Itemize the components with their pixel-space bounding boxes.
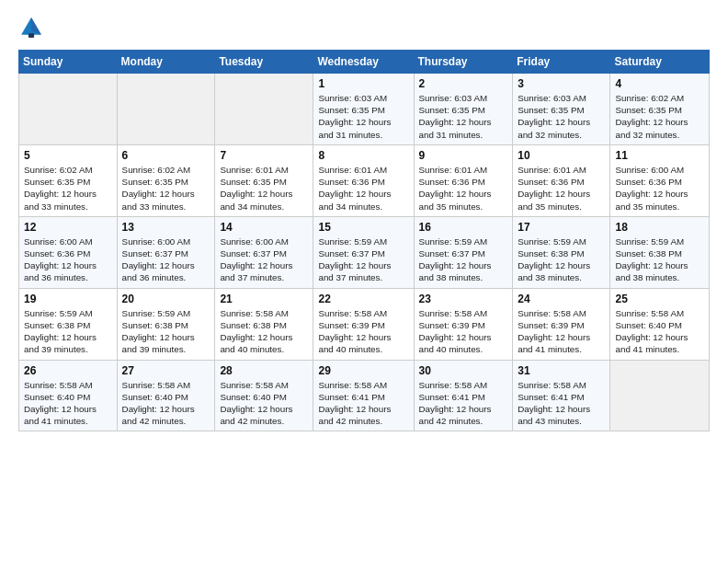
calendar-cell: 28Sunrise: 5:58 AMSunset: 6:40 PMDayligh… bbox=[215, 360, 313, 431]
calendar-cell: 23Sunrise: 5:58 AMSunset: 6:39 PMDayligh… bbox=[414, 288, 513, 360]
calendar-cell: 14Sunrise: 6:00 AMSunset: 6:37 PMDayligh… bbox=[215, 216, 313, 288]
day-info: Sunrise: 6:01 AMSunset: 6:36 PMDaylight:… bbox=[318, 164, 408, 213]
day-number: 20 bbox=[122, 293, 210, 305]
weekday-header-thursday: Thursday bbox=[414, 51, 513, 74]
day-number: 6 bbox=[122, 149, 210, 162]
calendar-week-4: 19Sunrise: 5:59 AMSunset: 6:38 PMDayligh… bbox=[19, 288, 710, 360]
day-info: Sunrise: 5:58 AMSunset: 6:39 PMDaylight:… bbox=[318, 307, 408, 356]
day-info: Sunrise: 6:00 AMSunset: 6:37 PMDaylight:… bbox=[220, 236, 308, 284]
day-number: 9 bbox=[419, 149, 508, 162]
calendar-cell: 7Sunrise: 6:01 AMSunset: 6:35 PMDaylight… bbox=[215, 144, 313, 216]
day-number: 13 bbox=[122, 221, 210, 234]
calendar-cell: 29Sunrise: 5:58 AMSunset: 6:41 PMDayligh… bbox=[313, 360, 414, 431]
day-number: 25 bbox=[615, 293, 704, 305]
day-number: 28 bbox=[220, 364, 308, 377]
weekday-header-wednesday: Wednesday bbox=[313, 51, 414, 74]
day-number: 2 bbox=[419, 77, 508, 90]
calendar-cell: 2Sunrise: 6:03 AMSunset: 6:35 PMDaylight… bbox=[414, 74, 513, 145]
calendar-cell: 10Sunrise: 6:01 AMSunset: 6:36 PMDayligh… bbox=[513, 144, 610, 216]
calendar-cell bbox=[117, 74, 215, 145]
day-number: 12 bbox=[24, 221, 112, 234]
calendar-cell: 5Sunrise: 6:02 AMSunset: 6:35 PMDaylight… bbox=[19, 144, 118, 216]
day-info: Sunrise: 6:03 AMSunset: 6:35 PMDaylight:… bbox=[518, 92, 605, 141]
calendar-cell: 31Sunrise: 5:58 AMSunset: 6:41 PMDayligh… bbox=[513, 360, 610, 431]
day-number: 30 bbox=[419, 364, 508, 377]
day-number: 3 bbox=[518, 77, 605, 90]
day-number: 29 bbox=[318, 364, 408, 377]
day-number: 10 bbox=[518, 149, 605, 162]
calendar-cell: 18Sunrise: 5:59 AMSunset: 6:38 PMDayligh… bbox=[610, 216, 710, 288]
day-number: 11 bbox=[615, 149, 704, 162]
calendar-cell bbox=[610, 360, 710, 431]
day-info: Sunrise: 6:00 AMSunset: 6:36 PMDaylight:… bbox=[615, 164, 704, 213]
day-info: Sunrise: 6:02 AMSunset: 6:35 PMDaylight:… bbox=[122, 164, 210, 213]
day-info: Sunrise: 6:03 AMSunset: 6:35 PMDaylight:… bbox=[419, 92, 508, 141]
calendar-table: SundayMondayTuesdayWednesdayThursdayFrid… bbox=[18, 50, 710, 431]
calendar-week-1: 1Sunrise: 6:03 AMSunset: 6:35 PMDaylight… bbox=[19, 74, 710, 145]
day-number: 22 bbox=[318, 293, 408, 305]
weekday-header-friday: Friday bbox=[513, 51, 610, 74]
calendar-cell: 22Sunrise: 5:58 AMSunset: 6:39 PMDayligh… bbox=[313, 288, 414, 360]
day-info: Sunrise: 6:02 AMSunset: 6:35 PMDaylight:… bbox=[615, 92, 704, 141]
calendar-cell: 27Sunrise: 5:58 AMSunset: 6:40 PMDayligh… bbox=[117, 360, 215, 431]
day-info: Sunrise: 6:02 AMSunset: 6:35 PMDaylight:… bbox=[24, 164, 112, 213]
calendar-cell: 26Sunrise: 5:58 AMSunset: 6:40 PMDayligh… bbox=[19, 360, 118, 431]
logo bbox=[18, 15, 46, 40]
logo-icon bbox=[18, 15, 44, 40]
calendar-week-3: 12Sunrise: 6:00 AMSunset: 6:36 PMDayligh… bbox=[19, 216, 710, 288]
day-info: Sunrise: 5:59 AMSunset: 6:38 PMDaylight:… bbox=[615, 236, 704, 284]
day-number: 18 bbox=[615, 221, 704, 234]
day-number: 19 bbox=[24, 293, 112, 305]
calendar-cell: 11Sunrise: 6:00 AMSunset: 6:36 PMDayligh… bbox=[610, 144, 710, 216]
day-info: Sunrise: 5:58 AMSunset: 6:40 PMDaylight:… bbox=[122, 379, 210, 428]
day-info: Sunrise: 5:58 AMSunset: 6:39 PMDaylight:… bbox=[518, 307, 605, 356]
day-number: 24 bbox=[518, 293, 605, 305]
calendar-cell: 3Sunrise: 6:03 AMSunset: 6:35 PMDaylight… bbox=[513, 74, 610, 145]
calendar-cell: 17Sunrise: 5:59 AMSunset: 6:38 PMDayligh… bbox=[513, 216, 610, 288]
day-info: Sunrise: 5:58 AMSunset: 6:40 PMDaylight:… bbox=[220, 379, 308, 428]
day-info: Sunrise: 5:58 AMSunset: 6:40 PMDaylight:… bbox=[615, 307, 704, 356]
calendar-cell: 9Sunrise: 6:01 AMSunset: 6:36 PMDaylight… bbox=[414, 144, 513, 216]
day-number: 5 bbox=[24, 149, 112, 162]
day-info: Sunrise: 5:58 AMSunset: 6:40 PMDaylight:… bbox=[24, 379, 112, 428]
day-number: 7 bbox=[220, 149, 308, 162]
calendar-cell: 12Sunrise: 6:00 AMSunset: 6:36 PMDayligh… bbox=[19, 216, 118, 288]
day-info: Sunrise: 5:59 AMSunset: 6:37 PMDaylight:… bbox=[419, 236, 508, 284]
day-info: Sunrise: 6:01 AMSunset: 6:36 PMDaylight:… bbox=[518, 164, 605, 213]
day-info: Sunrise: 6:00 AMSunset: 6:36 PMDaylight:… bbox=[24, 236, 112, 284]
calendar-cell: 30Sunrise: 5:58 AMSunset: 6:41 PMDayligh… bbox=[414, 360, 513, 431]
day-number: 14 bbox=[220, 221, 308, 234]
calendar-cell: 24Sunrise: 5:58 AMSunset: 6:39 PMDayligh… bbox=[513, 288, 610, 360]
calendar-cell bbox=[19, 74, 118, 145]
day-info: Sunrise: 6:01 AMSunset: 6:35 PMDaylight:… bbox=[220, 164, 308, 213]
header bbox=[18, 15, 710, 40]
day-number: 21 bbox=[220, 293, 308, 305]
calendar-week-5: 26Sunrise: 5:58 AMSunset: 6:40 PMDayligh… bbox=[19, 360, 710, 431]
day-info: Sunrise: 5:59 AMSunset: 6:38 PMDaylight:… bbox=[24, 307, 112, 356]
day-number: 8 bbox=[318, 149, 408, 162]
day-number: 4 bbox=[615, 77, 704, 90]
day-info: Sunrise: 5:58 AMSunset: 6:38 PMDaylight:… bbox=[220, 307, 308, 356]
weekday-header-sunday: Sunday bbox=[19, 51, 118, 74]
day-info: Sunrise: 6:01 AMSunset: 6:36 PMDaylight:… bbox=[419, 164, 508, 213]
day-info: Sunrise: 6:00 AMSunset: 6:37 PMDaylight:… bbox=[122, 236, 210, 284]
day-info: Sunrise: 5:59 AMSunset: 6:38 PMDaylight:… bbox=[518, 236, 605, 284]
calendar-cell: 15Sunrise: 5:59 AMSunset: 6:37 PMDayligh… bbox=[313, 216, 414, 288]
day-number: 27 bbox=[122, 364, 210, 377]
day-info: Sunrise: 5:59 AMSunset: 6:38 PMDaylight:… bbox=[122, 307, 210, 356]
calendar-cell: 21Sunrise: 5:58 AMSunset: 6:38 PMDayligh… bbox=[215, 288, 313, 360]
calendar-cell: 20Sunrise: 5:59 AMSunset: 6:38 PMDayligh… bbox=[117, 288, 215, 360]
page: SundayMondayTuesdayWednesdayThursdayFrid… bbox=[0, 0, 728, 441]
weekday-header-monday: Monday bbox=[117, 51, 215, 74]
day-number: 26 bbox=[24, 364, 112, 377]
day-number: 17 bbox=[518, 221, 605, 234]
calendar-cell: 13Sunrise: 6:00 AMSunset: 6:37 PMDayligh… bbox=[117, 216, 215, 288]
calendar-week-2: 5Sunrise: 6:02 AMSunset: 6:35 PMDaylight… bbox=[19, 144, 710, 216]
day-number: 1 bbox=[318, 77, 408, 90]
weekday-header-saturday: Saturday bbox=[610, 51, 710, 74]
calendar-cell: 8Sunrise: 6:01 AMSunset: 6:36 PMDaylight… bbox=[313, 144, 414, 216]
day-number: 23 bbox=[419, 293, 508, 305]
day-number: 31 bbox=[518, 364, 605, 377]
day-info: Sunrise: 6:03 AMSunset: 6:35 PMDaylight:… bbox=[318, 92, 408, 141]
calendar-cell: 4Sunrise: 6:02 AMSunset: 6:35 PMDaylight… bbox=[610, 74, 710, 145]
